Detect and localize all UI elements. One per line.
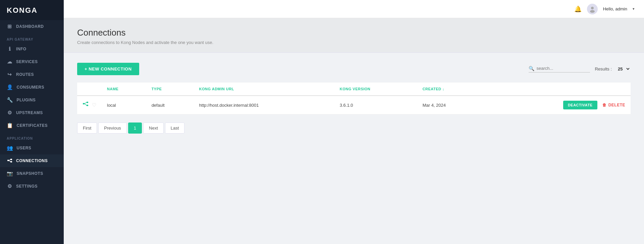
connections-icon [7, 158, 13, 164]
sidebar-section-api-gateway: API GATEWAY [0, 33, 64, 43]
settings-icon: ⚙ [7, 183, 13, 189]
th-type: TYPE [146, 83, 194, 96]
sidebar-item-users[interactable]: 👥 USERS [0, 142, 64, 154]
th-created[interactable]: CREATED ↓ [417, 83, 485, 96]
svg-rect-7 [83, 103, 85, 104]
notification-bell-icon[interactable]: 🔔 [574, 5, 582, 13]
pagination-current[interactable]: 1 [128, 123, 142, 134]
sidebar-item-consumers[interactable]: 👤 CONSUMERS [0, 81, 64, 94]
sidebar-item-settings[interactable]: ⚙ SETTINGS [0, 180, 64, 193]
content-body: + NEW CONNECTION 🔍 Results : 25 50 100 [64, 53, 644, 144]
sidebar-label-snapshots: SNAPSHOTS [17, 171, 43, 176]
sidebar-label-plugins: PLUGINS [17, 98, 36, 102]
sidebar-label-info: INFO [16, 47, 26, 51]
chevron-down-icon: ▾ [633, 7, 635, 11]
info-icon: ℹ [7, 46, 13, 52]
consumers-icon: 👤 [7, 84, 13, 90]
search-container: 🔍 [529, 66, 590, 72]
svg-line-10 [85, 102, 87, 104]
svg-line-4 [9, 160, 10, 162]
certificates-icon: 📋 [7, 123, 13, 129]
sidebar-label-consumers: CONSUMERS [17, 85, 45, 90]
services-icon: ☁ [7, 59, 13, 65]
svg-line-3 [9, 159, 10, 160]
app-name: KONGA [7, 6, 38, 14]
th-icons [77, 83, 102, 96]
sidebar-item-connections[interactable]: CONNECTIONS [0, 154, 64, 167]
page-content: Connections Create connections to Kong N… [64, 18, 644, 244]
sidebar-item-certificates[interactable]: 📋 CERTIFICATES [0, 119, 64, 132]
row-type: default [146, 96, 194, 114]
row-kong-admin-url: http://host.docker.internal:8001 [194, 96, 334, 114]
th-url: KONG ADMIN URL [194, 83, 334, 96]
sidebar-label-users: USERS [17, 146, 32, 150]
sidebar-item-routes[interactable]: ↪ ROUTES [0, 68, 64, 81]
sidebar-label-dashboard: DASHBOARD [16, 24, 44, 29]
svg-rect-8 [87, 102, 88, 103]
sidebar-label-services: SERVICES [16, 59, 38, 64]
row-name: local [102, 96, 146, 114]
sidebar-item-plugins[interactable]: 🔧 PLUGINS [0, 94, 64, 106]
th-actions [485, 83, 631, 96]
sidebar-section-application: APPLICATION [0, 132, 64, 142]
svg-point-5 [591, 7, 594, 9]
favorite-icon[interactable]: ♡ [92, 102, 96, 108]
row-kong-version: 3.6.1.0 [334, 96, 417, 114]
search-icon: 🔍 [529, 66, 534, 71]
sidebar-item-upstreams[interactable]: ⚙ UPSTREAMS [0, 106, 64, 119]
sidebar-label-settings: SETTINGS [16, 184, 38, 189]
connections-table: NAME TYPE KONG ADMIN URL KONG VERSION CR… [77, 83, 631, 114]
network-icon[interactable] [83, 101, 89, 109]
pagination-first[interactable]: First [77, 123, 97, 134]
sidebar-item-services[interactable]: ☁ SERVICES [0, 55, 64, 68]
users-icon: 👥 [7, 145, 13, 151]
svg-line-11 [85, 104, 87, 105]
pagination-previous[interactable]: Previous [98, 123, 127, 134]
svg-rect-9 [87, 105, 88, 106]
pagination: First Previous 1 Next Last [77, 123, 631, 134]
pagination-last[interactable]: Last [165, 123, 185, 134]
trash-icon: 🗑 [602, 103, 607, 107]
plugins-icon: 🔧 [7, 97, 13, 103]
sidebar-label-routes: ROUTES [16, 72, 34, 77]
svg-rect-0 [7, 160, 9, 161]
table-row: ♡ local default http://host.docker.inter… [77, 96, 631, 114]
sidebar-item-info[interactable]: ℹ INFO [0, 43, 64, 55]
th-name: NAME [102, 83, 146, 96]
avatar [587, 4, 598, 14]
main-content: 🔔 Hello, admin ▾ Connections Create conn… [64, 0, 644, 244]
page-subtitle: Create connections to Kong Nodes and act… [77, 40, 631, 45]
sidebar-label-certificates: CERTIFICATES [17, 123, 48, 128]
results-select[interactable]: 25 50 100 [616, 66, 631, 72]
deactivate-button[interactable]: DEACTIVATE [563, 101, 597, 109]
row-created: Mar 4, 2024 [417, 96, 485, 114]
dashboard-icon: ⊞ [7, 23, 13, 30]
page-header: Connections Create connections to Kong N… [64, 18, 644, 53]
upstreams-icon: ⚙ [7, 110, 13, 116]
results-label: Results : [595, 66, 612, 71]
sidebar-item-dashboard[interactable]: ⊞ DASHBOARD [0, 20, 64, 33]
sidebar: KONGA ⊞ DASHBOARD API GATEWAY ℹ INFO ☁ S… [0, 0, 64, 244]
toolbar-row: + NEW CONNECTION 🔍 Results : 25 50 100 [77, 63, 631, 75]
page-title: Connections [77, 28, 631, 38]
svg-rect-1 [10, 159, 12, 160]
new-connection-button[interactable]: + NEW CONNECTION [77, 63, 139, 75]
snapshots-icon: 📷 [7, 170, 13, 177]
toolbar-right: 🔍 Results : 25 50 100 [529, 66, 631, 72]
sidebar-label-connections: CONNECTIONS [16, 158, 48, 163]
sidebar-logo: KONGA [0, 0, 64, 20]
sidebar-item-snapshots[interactable]: 📷 SNAPSHOTS [0, 167, 64, 180]
svg-rect-2 [10, 161, 12, 162]
pagination-next[interactable]: Next [143, 123, 164, 134]
delete-button[interactable]: 🗑 DELETE [602, 103, 625, 107]
row-actions: DEACTIVATE 🗑 DELETE [485, 96, 631, 114]
sidebar-label-upstreams: UPSTREAMS [16, 110, 43, 115]
svg-point-6 [590, 10, 595, 13]
search-input[interactable] [536, 66, 590, 71]
table-header-row: NAME TYPE KONG ADMIN URL KONG VERSION CR… [77, 83, 631, 96]
row-icons-cell: ♡ [77, 96, 102, 114]
th-version: KONG VERSION [334, 83, 417, 96]
routes-icon: ↪ [7, 71, 13, 78]
topbar-user-label[interactable]: Hello, admin [603, 6, 627, 11]
topbar: 🔔 Hello, admin ▾ [64, 0, 644, 18]
